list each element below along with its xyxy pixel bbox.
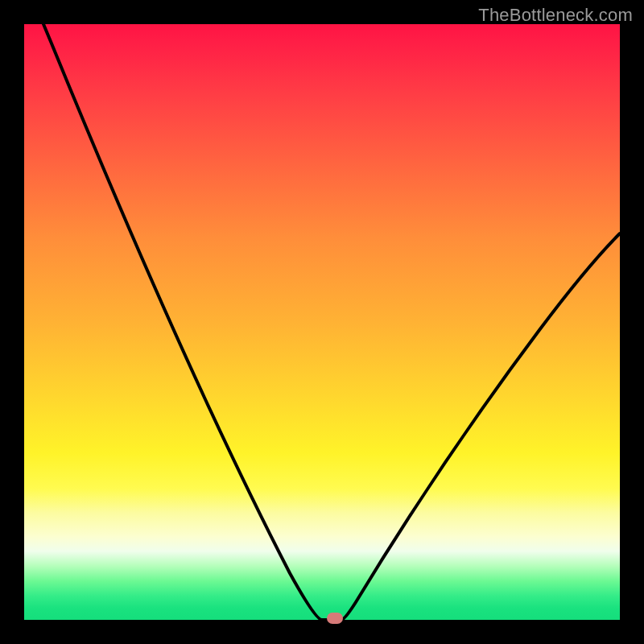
watermark-text: TheBottleneck.com: [478, 5, 633, 26]
bottleneck-curve: [24, 24, 620, 620]
curve-path: [43, 24, 620, 620]
optimum-marker: [327, 613, 343, 624]
chart-frame: TheBottleneck.com: [0, 0, 644, 644]
